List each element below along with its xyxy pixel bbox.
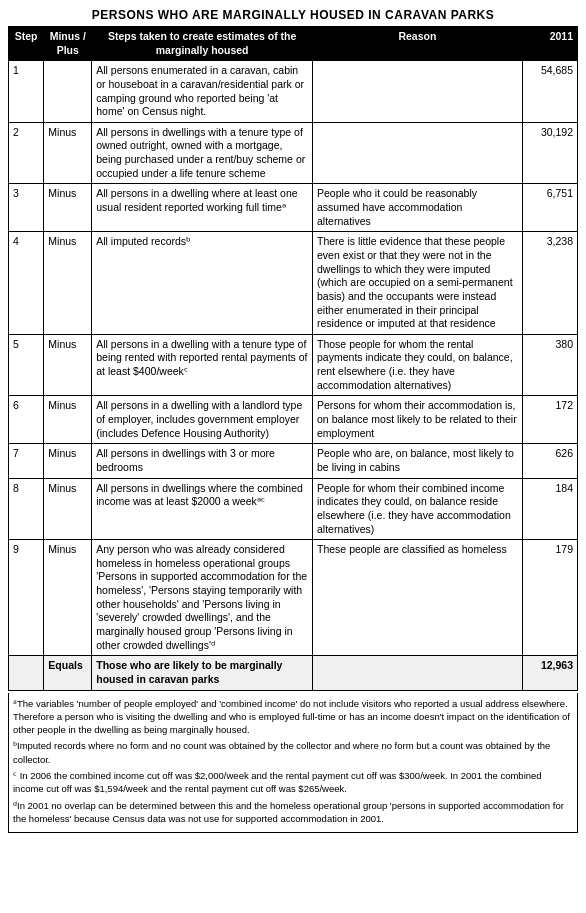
- total-label: Those who are likely to be marginally ho…: [92, 656, 313, 690]
- total-row: EqualsThose who are likely to be margina…: [9, 656, 578, 690]
- main-table: Step Minus / Plus Steps taken to create …: [8, 26, 578, 691]
- cell-step: 4: [9, 232, 44, 334]
- cell-minus-plus: Minus: [44, 184, 92, 232]
- footnote-item: ᵃThe variables 'number of people employe…: [13, 697, 573, 737]
- footnotes-section: ᵃThe variables 'number of people employe…: [8, 693, 578, 834]
- cell-reason: People who are, on balance, most likely …: [313, 444, 523, 478]
- table-row: 6MinusAll persons in a dwelling with a l…: [9, 396, 578, 444]
- table-row: 1All persons enumerated in a caravan, ca…: [9, 61, 578, 123]
- header-year: 2011: [522, 27, 577, 61]
- cell-value: 380: [522, 334, 577, 396]
- cell-step: 9: [9, 540, 44, 656]
- cell-step: 5: [9, 334, 44, 396]
- cell-minus-plus: [44, 61, 92, 123]
- cell-step: 2: [9, 122, 44, 184]
- cell-reason: There is little evidence that these peop…: [313, 232, 523, 334]
- table-row: 4MinusAll imputed recordsᵇThere is littl…: [9, 232, 578, 334]
- cell-value: 3,238: [522, 232, 577, 334]
- cell-steps-taken: All persons in a dwelling with a landlor…: [92, 396, 313, 444]
- cell-minus-plus: Minus: [44, 444, 92, 478]
- footnote-item: ᶜ In 2006 the combined income cut off wa…: [13, 769, 573, 796]
- cell-minus-plus: Minus: [44, 232, 92, 334]
- footnote-item: ᵇImputed records where no form and no co…: [13, 739, 573, 766]
- cell-steps-taken: All persons in dwellings with 3 or more …: [92, 444, 313, 478]
- cell-step: 8: [9, 478, 44, 540]
- table-row: 5MinusAll persons in a dwelling with a t…: [9, 334, 578, 396]
- main-title: PERSONS WHO ARE MARGINALLY HOUSED IN CAR…: [8, 8, 578, 22]
- table-row: 2MinusAll persons in dwellings with a te…: [9, 122, 578, 184]
- total-value: 12,963: [522, 656, 577, 690]
- cell-reason: Persons for whom their accommodation is,…: [313, 396, 523, 444]
- cell-value: 30,192: [522, 122, 577, 184]
- header-step: Step: [9, 27, 44, 61]
- cell-reason: [313, 61, 523, 123]
- cell-steps-taken: All persons in a dwelling where at least…: [92, 184, 313, 232]
- cell-steps-taken: All imputed recordsᵇ: [92, 232, 313, 334]
- cell-reason: Those people for whom the rental payment…: [313, 334, 523, 396]
- page: PERSONS WHO ARE MARGINALLY HOUSED IN CAR…: [0, 0, 586, 841]
- cell-steps-taken: All persons in dwellings where the combi…: [92, 478, 313, 540]
- footnote-item: ᵈIn 2001 no overlap can be determined be…: [13, 799, 573, 826]
- cell-value: 184: [522, 478, 577, 540]
- cell-minus-plus: Minus: [44, 478, 92, 540]
- cell-steps-taken: All persons in dwellings with a tenure t…: [92, 122, 313, 184]
- table-header-row: Step Minus / Plus Steps taken to create …: [9, 27, 578, 61]
- table-row: 9MinusAny person who was already conside…: [9, 540, 578, 656]
- cell-minus-plus: Minus: [44, 396, 92, 444]
- cell-reason: People for whom their combined income in…: [313, 478, 523, 540]
- cell-step: 3: [9, 184, 44, 232]
- cell-steps-taken: Any person who was already considered ho…: [92, 540, 313, 656]
- cell-step: 6: [9, 396, 44, 444]
- cell-reason: These people are classified as homeless: [313, 540, 523, 656]
- total-step: [9, 656, 44, 690]
- cell-steps-taken: All persons in a dwelling with a tenure …: [92, 334, 313, 396]
- cell-value: 54,685: [522, 61, 577, 123]
- cell-steps-taken: All persons enumerated in a caravan, cab…: [92, 61, 313, 123]
- cell-reason: [313, 122, 523, 184]
- table-row: 8MinusAll persons in dwellings where the…: [9, 478, 578, 540]
- cell-step: 7: [9, 444, 44, 478]
- cell-value: 626: [522, 444, 577, 478]
- cell-minus-plus: Minus: [44, 122, 92, 184]
- cell-minus-plus: Minus: [44, 334, 92, 396]
- cell-reason: People who it could be reasonably assume…: [313, 184, 523, 232]
- header-minus-plus: Minus / Plus: [44, 27, 92, 61]
- total-reason: [313, 656, 523, 690]
- cell-step: 1: [9, 61, 44, 123]
- header-reason: Reason: [313, 27, 523, 61]
- cell-minus-plus: Minus: [44, 540, 92, 656]
- cell-value: 172: [522, 396, 577, 444]
- cell-value: 6,751: [522, 184, 577, 232]
- table-row: 7MinusAll persons in dwellings with 3 or…: [9, 444, 578, 478]
- header-steps-taken: Steps taken to create estimates of the m…: [92, 27, 313, 61]
- table-row: 3MinusAll persons in a dwelling where at…: [9, 184, 578, 232]
- total-equals: Equals: [44, 656, 92, 690]
- cell-value: 179: [522, 540, 577, 656]
